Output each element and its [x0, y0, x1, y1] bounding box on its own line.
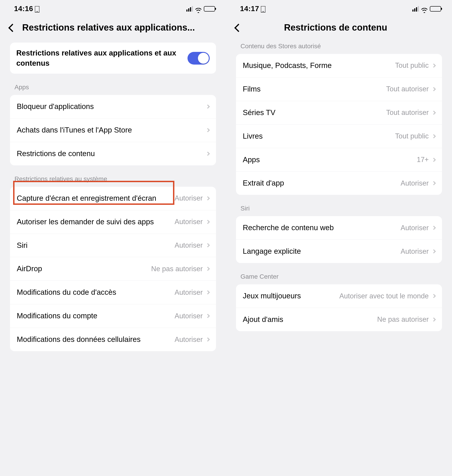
row-value: Tout public [395, 132, 429, 140]
row-label: Livres [243, 131, 263, 141]
row-tv-shows[interactable]: Séries TV Tout autoriser [236, 101, 442, 125]
row-label: Modifications des données cellulaires [17, 335, 141, 344]
chevron-right-icon [432, 158, 436, 162]
row-value: Autoriser avec tout le monde [339, 292, 429, 300]
portrait-lock-icon [261, 6, 266, 12]
row-value: Autoriser [175, 288, 203, 296]
row-web-search[interactable]: Recherche de contenu web Autoriser [236, 216, 442, 240]
row-label: Modifications du compte [17, 311, 97, 321]
row-label: Restrictions de contenu [17, 149, 95, 159]
row-value: 17+ [417, 156, 429, 164]
row-label: Extrait d'app [243, 178, 284, 188]
row-value: Autoriser [175, 218, 203, 226]
row-label: Films [243, 84, 261, 94]
chevron-right-icon [432, 226, 436, 230]
screen-restrictions-apps: 14:16 Restrictions relatives aux applica… [0, 0, 226, 476]
row-apps-rating[interactable]: Apps 17+ [236, 148, 442, 172]
chevron-right-icon [432, 87, 436, 91]
row-value: Autoriser [175, 312, 203, 320]
row-movies[interactable]: Films Tout autoriser [236, 77, 442, 101]
row-value: Tout autoriser [386, 108, 429, 117]
section-header-system: Restrictions relatives au système [0, 172, 226, 187]
row-label: Modifications du code d'accès [17, 288, 116, 297]
row-content-restrictions[interactable]: Restrictions de contenu [10, 142, 216, 165]
row-music-podcasts[interactable]: Musique, Podcasts, Forme Tout public [236, 54, 442, 77]
row-passcode-changes[interactable]: Modifications du code d'accès Autoriser [10, 281, 216, 304]
row-label: AirDrop [17, 264, 42, 274]
row-app-blocker[interactable]: Bloqueur d'applications [10, 95, 216, 119]
master-toggle-label: Restrictions relatives aux applications … [16, 48, 183, 68]
chevron-right-icon [432, 294, 436, 298]
system-card: Capture d'écran et enregistrement d'écra… [10, 187, 216, 351]
status-indicators [186, 6, 215, 12]
chevron-right-icon [206, 337, 210, 342]
row-account-changes[interactable]: Modifications du compte Autoriser [10, 304, 216, 328]
gamecenter-card: Jeux multijoueurs Autoriser avec tout le… [236, 284, 442, 331]
row-app-clips[interactable]: Extrait d'app Autoriser [236, 172, 442, 195]
chevron-right-icon [432, 111, 436, 115]
row-value: Autoriser [401, 248, 429, 255]
row-value: Autoriser [401, 224, 429, 232]
row-value: Autoriser [175, 194, 203, 202]
section-header-game-center: Game Center [226, 270, 452, 284]
nav-header: Restrictions de contenu [226, 16, 452, 38]
chevron-right-icon [206, 220, 210, 224]
siri-card: Recherche de contenu web Autoriser Langa… [236, 216, 442, 263]
row-adding-friends[interactable]: Ajout d'amis Ne pas autoriser [236, 308, 442, 331]
row-label: Achats dans l'iTunes et l'App Store [17, 125, 132, 135]
chevron-right-icon [206, 243, 210, 248]
master-toggle-row: Restrictions relatives aux applications … [10, 43, 216, 74]
row-siri[interactable]: Siri Autoriser [10, 234, 216, 257]
section-header-apps: Apps [0, 80, 226, 95]
time-text: 14:16 [14, 5, 33, 13]
apps-card: Bloqueur d'applications Achats dans l'iT… [10, 95, 216, 165]
row-airdrop[interactable]: AirDrop Ne pas autoriser [10, 257, 216, 281]
svg-rect-1 [37, 11, 38, 12]
row-value: Ne pas autoriser [377, 315, 429, 323]
cellular-signal-icon [186, 6, 193, 12]
row-itunes-purchases[interactable]: Achats dans l'iTunes et l'App Store [10, 119, 216, 142]
chevron-right-icon [206, 104, 210, 108]
chevron-right-icon [206, 196, 210, 200]
chevron-right-icon [206, 152, 210, 156]
row-cellular-changes[interactable]: Modifications des données cellulaires Au… [10, 328, 216, 351]
row-app-tracking[interactable]: Autoriser les demander de suivi des apps… [10, 210, 216, 234]
row-label: Autoriser les demander de suivi des apps [17, 217, 154, 227]
row-value: Autoriser [175, 241, 203, 249]
status-time: 14:17 [240, 5, 266, 13]
nav-header: Restrictions relatives aux applications.… [0, 16, 226, 38]
row-label: Jeux multijoueurs [243, 291, 301, 301]
master-toggle-card: Restrictions relatives aux applications … [10, 43, 216, 74]
back-button-icon[interactable] [8, 24, 17, 32]
row-books[interactable]: Livres Tout public [236, 125, 442, 148]
battery-icon [204, 6, 215, 12]
row-explicit-language[interactable]: Langage explicite Autoriser [236, 240, 442, 263]
chevron-right-icon [206, 267, 210, 271]
row-label: Capture d'écran et enregistrement d'écra… [17, 194, 156, 203]
status-bar: 14:17 [226, 0, 452, 16]
row-value: Tout public [395, 61, 429, 70]
wifi-icon [421, 6, 427, 11]
row-value: Tout autoriser [386, 85, 429, 93]
row-screen-recording[interactable]: Capture d'écran et enregistrement d'écra… [10, 187, 216, 210]
row-value: Ne pas autoriser [151, 265, 203, 273]
battery-icon [430, 6, 441, 12]
row-value: Autoriser [175, 335, 203, 344]
svg-rect-3 [263, 11, 264, 12]
row-label: Langage explicite [243, 247, 301, 256]
chevron-right-icon [432, 317, 436, 322]
row-label: Séries TV [243, 108, 275, 118]
chevron-right-icon [432, 249, 436, 253]
row-label: Apps [243, 155, 260, 165]
status-bar: 14:16 [0, 0, 226, 16]
chevron-right-icon [206, 314, 210, 318]
row-value: Autoriser [401, 179, 429, 187]
wifi-icon [195, 6, 201, 11]
row-multiplayer[interactable]: Jeux multijoueurs Autoriser avec tout le… [236, 284, 442, 308]
screen-content-restrictions: 14:17 Restrictions de contenu Contenu de… [226, 0, 452, 476]
section-header-stores: Contenu des Stores autorisé [226, 40, 452, 54]
cellular-signal-icon [412, 6, 419, 12]
status-indicators [412, 6, 441, 12]
master-toggle-switch[interactable] [187, 52, 210, 65]
time-text: 14:17 [240, 5, 259, 13]
